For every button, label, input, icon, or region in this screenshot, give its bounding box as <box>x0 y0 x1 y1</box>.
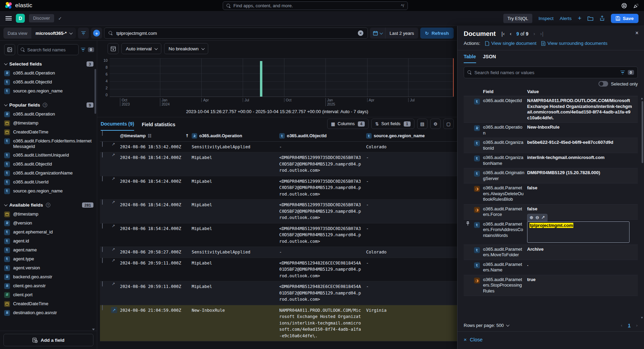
tab-json[interactable]: JSON <box>483 54 496 63</box>
field-item[interactable]: kbackend.geo.asnstr <box>4 272 93 281</box>
prev-doc-icon[interactable]: ‹ <box>510 31 512 37</box>
help-icon[interactable] <box>621 3 627 9</box>
field-item[interactable]: ko365.audit.Operation <box>4 110 93 119</box>
field-section-header[interactable]: Popular fields?9 <box>4 100 93 110</box>
expand-document-icon[interactable]: ↗ <box>110 221 115 228</box>
document-row[interactable]: ↗2024-08-06 18:54:24.000ZMipLabel<DM6PR0… <box>100 176 457 200</box>
elastic-logo[interactable]: elastic <box>5 2 32 9</box>
display-options-button[interactable]: ⚙ <box>430 119 441 129</box>
field-item[interactable]: to365.audit.ListItemUniqueId <box>4 151 93 160</box>
selected-only-toggle[interactable] <box>598 81 608 87</box>
flyout-scroll-down-icon[interactable] <box>641 317 643 319</box>
document-row[interactable]: ↗2024-08-06 18:54:24.000ZMipLabel<DM6PR0… <box>100 152 457 176</box>
last-doc-icon[interactable]: ›| <box>540 31 544 37</box>
next-doc-icon[interactable]: › <box>533 31 535 37</box>
doc-field-row[interactable]: ko365.audit.OperationNew-InboxRule <box>464 123 638 138</box>
breadcrumb[interactable]: Discover <box>29 14 54 22</box>
column-header-operation[interactable]: ko365.audit.Operation <box>192 131 279 141</box>
inspect-button[interactable]: Inspect <box>539 16 554 21</box>
open-folder-icon[interactable] <box>587 16 593 21</box>
add-filter-button[interactable] <box>78 28 89 39</box>
document-row[interactable]: ↗2024-08-06 20:59:11.000ZMipLabel<DM6PR0… <box>100 258 457 282</box>
doc-field-row[interactable]: to365.audit.Parameters.MoveToFolderArchi… <box>464 245 638 260</box>
field-item[interactable]: kdestination.geo.asnstr <box>4 308 93 317</box>
row-checkbox[interactable] <box>102 141 103 147</box>
row-checkbox[interactable] <box>102 247 103 252</box>
field-item[interactable]: to365.audit.ObjectId <box>4 160 93 169</box>
share-icon[interactable] <box>600 16 605 21</box>
global-search-input[interactable]: Find apps, content, and more. ^/ <box>223 1 408 10</box>
doc-field-row[interactable]: to365.audit.OriginatingServerDM6PR04MB51… <box>464 168 638 183</box>
expand-document-icon[interactable]: ↗ <box>110 150 115 157</box>
histogram-bar[interactable] <box>260 61 262 97</box>
new-session-button[interactable]: + <box>578 15 582 22</box>
field-item[interactable]: to365.audit.OrganizationName <box>4 169 93 178</box>
add-field-button[interactable]: Add a field <box>3 334 93 346</box>
sort-fields-button[interactable]: ⇅ Sort fields 1 <box>371 119 414 129</box>
menu-icon[interactable] <box>6 16 12 20</box>
collapse-sidebar-button[interactable] <box>4 44 15 55</box>
expand-document-icon[interactable]: ↗ <box>111 307 117 313</box>
row-checkbox[interactable] <box>102 152 103 158</box>
refresh-button[interactable]: ↻ Refresh <box>420 28 454 39</box>
field-item[interactable]: tagent.ephemeral_id <box>4 228 93 237</box>
expand-document-icon[interactable]: ↗ <box>110 174 115 181</box>
field-item[interactable]: CreatedDateTime <box>4 299 93 308</box>
prev-page-icon[interactable]: ‹ <box>621 323 622 328</box>
tab-documents[interactable]: Documents (9) <box>101 121 134 131</box>
close-flyout-button[interactable]: × Close <box>464 337 483 342</box>
document-row[interactable]: ↗2024-08-06 18:54:24.000ZMipLabel<DM6PR0… <box>100 223 457 247</box>
column-header-timestamp[interactable]: @timestamp☷ ↑ <box>120 131 192 141</box>
document-row[interactable]: ↗2024-08-06 20:59:11.000ZMipLabel<DM6PR0… <box>100 281 457 305</box>
doc-field-row[interactable]: ◑o365.audit.Parameters.Forcefalse <box>464 205 638 220</box>
breakdown-select[interactable]: No breakdown <box>164 43 208 54</box>
field-item[interactable]: tagent.name <box>4 246 93 255</box>
sidebar-scroll-down-icon[interactable] <box>92 329 95 330</box>
columns-button[interactable]: ▦ Columns 4 <box>327 119 369 129</box>
tab-table[interactable]: Table <box>464 54 476 63</box>
field-item[interactable]: to365.audit.ObjectId <box>4 78 93 87</box>
select-all-checkbox[interactable] <box>102 131 103 136</box>
expand-document-icon[interactable]: ↗ <box>110 197 115 205</box>
field-item[interactable]: CreatedDateTime <box>4 128 93 137</box>
document-row[interactable]: ↗2024-08-06 18:53:42.000ZSensitivityLabe… <box>100 142 457 153</box>
expand-document-icon[interactable]: ↗ <box>110 256 115 263</box>
first-doc-icon[interactable]: |‹ <box>501 31 505 37</box>
field-item[interactable]: @timestamp <box>4 119 93 128</box>
field-item[interactable]: to365.audit.UserId <box>4 178 93 187</box>
save-button[interactable]: Save <box>611 14 638 23</box>
page-number[interactable]: 1 <box>628 323 631 328</box>
density-button[interactable]: ▤ <box>417 119 427 129</box>
next-page-icon[interactable]: › <box>636 323 638 328</box>
view-single-document-link[interactable]: View single document <box>485 41 536 46</box>
interval-select[interactable]: Auto interval <box>121 43 161 54</box>
field-filter-icon[interactable] <box>81 48 85 52</box>
alerts-button[interactable]: Alerts <box>560 16 572 21</box>
field-item[interactable]: tsource.geo.region_name <box>4 87 93 96</box>
expand-cell-icon[interactable]: ↗ <box>541 215 545 221</box>
doc-field-row[interactable]: to365.audit.Parameters.Name. <box>464 260 638 275</box>
news-feed-icon[interactable] <box>633 3 639 9</box>
field-item[interactable]: tagent.id <box>4 237 93 246</box>
field-search-input[interactable]: Search field names <box>18 44 79 55</box>
field-item[interactable]: tagent.type <box>4 255 93 263</box>
flyout-scrollbar[interactable] <box>642 101 643 163</box>
field-item[interactable]: tagent.version <box>4 263 93 272</box>
column-header-objectid[interactable]: to365.audit.ObjectId <box>279 131 366 141</box>
filter-out-value-icon[interactable]: ⊖ <box>535 215 539 221</box>
rows-per-page-select[interactable]: Rows per page: 500 <box>464 323 509 328</box>
close-flyout-icon[interactable]: × <box>635 30 638 36</box>
row-checkbox[interactable] <box>102 199 103 205</box>
expand-document-icon[interactable]: ↗ <box>110 245 115 252</box>
field-item[interactable]: ko365.audit.Operation <box>4 69 93 78</box>
doc-field-row[interactable]: ◑o365.audit.Parameters.AlwaysDeleteOutlo… <box>464 183 638 205</box>
focused-value-cell[interactable]: ⊕⊖↗tplprojectmgmt.com <box>527 221 630 243</box>
view-surrounding-documents-link[interactable]: View surrounding documents <box>541 41 607 46</box>
row-checkbox[interactable] <box>102 305 103 310</box>
expand-document-icon[interactable]: ↗ <box>110 279 115 286</box>
doc-field-filter-icon[interactable] <box>621 71 625 74</box>
field-section-header[interactable]: Available fields?281 <box>4 200 93 210</box>
saved-search-check-icon[interactable]: ✓ <box>58 16 62 21</box>
doc-field-search-input[interactable]: Search field names or values 0 <box>464 67 638 78</box>
field-item[interactable]: k@version <box>4 219 93 228</box>
